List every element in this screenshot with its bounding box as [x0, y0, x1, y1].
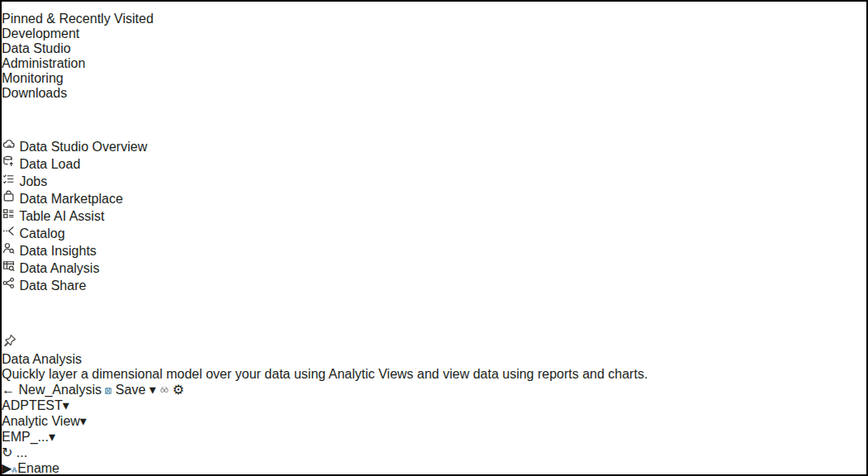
schema-select: ADPTEST▾ [2, 397, 866, 413]
table-search-icon [2, 259, 16, 273]
annotation-box-data-studio [2, 101, 76, 137]
sidebar-item-data-analysis[interactable]: Data Analysis [2, 259, 866, 276]
tab-monitoring[interactable]: Monitoring [2, 71, 866, 86]
tab-development[interactable]: Development [2, 26, 866, 41]
sidebar-item-data-load[interactable]: Data Load [2, 155, 866, 172]
tree-item-ename: ▶Ename [2, 460, 866, 476]
tab-pinned-recently-visited[interactable]: Pinned & Recently Visited [2, 12, 866, 26]
sidebar-item-table-ai-assist[interactable]: Table AI Assist [2, 207, 866, 224]
sidebar: Data Studio Overview Data Load Jobs Data… [2, 137, 866, 333]
save-icon [105, 388, 111, 394]
page-description: Quickly layer a dimensional model over y… [2, 367, 866, 382]
preview-header: ← New_Analysis Save ▾ ⚙ [2, 382, 866, 397]
source-panel: ADPTEST▾ Analytic View▾ EMP_...▾ ↻ ... ▶… [2, 397, 866, 476]
checklist-icon [2, 172, 16, 186]
refresh-icon: ↻ [2, 445, 12, 459]
cloud-chart-icon [2, 137, 16, 151]
save-button: Save ▾ [105, 383, 159, 397]
person-search-icon [2, 241, 16, 255]
analysis-title: New_Analysis [18, 383, 101, 397]
data-analysis-preview-image: ← New_Analysis Save ▾ ⚙ ADPTEST▾ [2, 382, 866, 476]
share-nodes-icon [2, 276, 16, 290]
more-actions-button: ... [17, 445, 27, 459]
view-type-select: Analytic View▾ [2, 413, 866, 429]
app-window: Pinned & Recently Visited Development Da… [0, 0, 868, 476]
sidebar-item-jobs[interactable]: Jobs [2, 172, 866, 189]
database-upload-icon [2, 155, 16, 169]
sidebar-item-catalog[interactable]: Catalog [2, 224, 866, 241]
pushpin-icon[interactable] [2, 337, 17, 351]
tab-data-studio[interactable]: Data Studio [2, 41, 866, 56]
analytic-view-select: EMP_...▾ [2, 429, 866, 445]
sidebar-item-data-insights[interactable]: Data Insights [2, 241, 866, 259]
tab-administration[interactable]: Administration [2, 56, 866, 71]
sidebar-item-data-studio-overview[interactable]: Data Studio Overview [2, 137, 866, 155]
shopping-bag-icon [2, 189, 16, 203]
main-content: Data Analysis Quickly layer a dimensiona… [2, 333, 866, 476]
sidebar-item-data-share[interactable]: Data Share [2, 276, 866, 293]
gear-icon: ⚙ [173, 383, 184, 397]
sidebar-item-data-marketplace[interactable]: Data Marketplace [2, 189, 866, 207]
decorative-banner [2, 2, 866, 12]
binoculars-icon [159, 385, 168, 394]
page-title: Data Analysis [2, 352, 866, 367]
table-list-icon [2, 207, 16, 221]
merge-arrow-icon [2, 224, 16, 238]
annotation-box-data-analysis [2, 293, 187, 333]
top-tab-bar: Pinned & Recently Visited Development Da… [2, 12, 866, 101]
tab-downloads[interactable]: Downloads [2, 86, 866, 101]
back-arrow-icon: ← [2, 383, 15, 397]
